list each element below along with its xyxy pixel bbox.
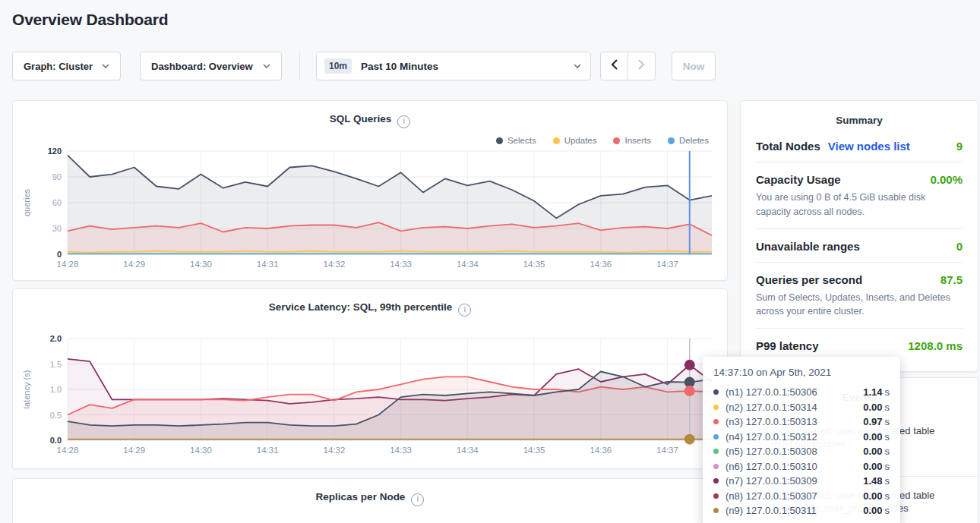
tooltip-node-label: (n7) 127.0.0.1:50309 <box>726 475 817 487</box>
tooltip-node-value: 0.00 <box>863 505 882 516</box>
legend-item-selects[interactable]: Selects <box>496 136 536 145</box>
chevron-left-icon <box>611 59 618 73</box>
chart-title-service-latency: Service Latency: SQL, 99th percentilei <box>13 301 727 317</box>
tooltip-node-label: (n9) 127.0.0.1:50311 <box>726 505 817 516</box>
tooltip-node-value: 0.97 <box>863 416 882 427</box>
tooltip-node-label: (n2) 127.0.0.1:50314 <box>726 402 817 413</box>
next-timewindow-button[interactable] <box>628 52 656 80</box>
series-dot-icon <box>713 434 719 440</box>
series-dot-icon <box>713 478 719 484</box>
tooltip-node-value: 0.00 <box>863 490 882 502</box>
page-title: Overview Dashboard <box>12 11 168 29</box>
tooltip-node-row: (n5) 127.0.0.1:503080.00s <box>713 444 890 459</box>
summary-metric-label: P99 latency <box>756 339 819 352</box>
info-icon[interactable]: i <box>411 493 424 506</box>
svg-text:14:36: 14:36 <box>590 446 612 455</box>
legend-dot-icon <box>668 137 675 144</box>
series-dot-icon <box>713 508 719 513</box>
legend-dot-icon <box>553 137 560 144</box>
service-latency-card: Service Latency: SQL, 99th percentilei 1… <box>12 288 728 469</box>
prev-timewindow-button[interactable] <box>600 52 628 80</box>
info-icon[interactable]: i <box>458 304 471 317</box>
sql-queries-chart[interactable]: 14:2814:2914:3014:3114:3214:3314:3414:35… <box>19 145 722 269</box>
svg-text:1.0: 1.0 <box>50 385 62 394</box>
summary-metric-description: Sum of Selects, Updates, Inserts, and De… <box>756 291 963 320</box>
tooltip-node-unit: s <box>885 505 890 516</box>
svg-text:14:29: 14:29 <box>123 446 145 455</box>
tooltip-node-row: (n2) 127.0.0.1:503140.00s <box>713 400 890 415</box>
svg-text:14:34: 14:34 <box>457 446 479 455</box>
summary-metric-value: 1208.0 ms <box>908 339 963 352</box>
legend-dot-icon <box>496 137 503 144</box>
tooltip-node-unit: s <box>885 386 890 398</box>
tooltip-node-row: (n6) 127.0.0.1:503100.00s <box>713 459 890 474</box>
svg-text:30: 30 <box>52 224 62 233</box>
chart-hover-tooltip: 14:37:10 on Apr 5th, 2021 (n1) 127.0.0.1… <box>703 357 900 523</box>
svg-text:0.5: 0.5 <box>50 411 62 420</box>
series-dot-icon <box>713 405 719 410</box>
summary-metric-value: 87.5 <box>940 273 963 286</box>
time-window-label: Past 10 Minutes <box>361 61 438 72</box>
svg-text:1.5: 1.5 <box>50 360 62 369</box>
svg-text:14:33: 14:33 <box>390 446 412 455</box>
chart-title-sql-queries: SQL Queriesi <box>13 113 727 128</box>
tooltip-node-label: (n3) 127.0.0.1:50313 <box>726 416 817 427</box>
time-range-badge: 10m <box>324 58 352 74</box>
replicas-per-node-card: Replicas per Nodei <box>12 478 728 523</box>
tooltip-node-label: (n4) 127.0.0.1:50312 <box>726 431 817 443</box>
tooltip-node-value: 0.00 <box>863 431 882 443</box>
svg-text:14:33: 14:33 <box>390 260 412 269</box>
dashboard-dropdown[interactable]: Dashboard: Overview <box>140 52 282 80</box>
legend-label: Inserts <box>624 136 651 145</box>
summary-metric-label: Total Nodes <box>756 140 820 153</box>
sql-chart-legend: SelectsUpdatesInsertsDeletes <box>496 136 709 145</box>
svg-text:14:28: 14:28 <box>57 260 79 269</box>
legend-item-updates[interactable]: Updates <box>553 136 597 145</box>
summary-metric-label: Queries per second <box>756 273 862 286</box>
svg-text:14:36: 14:36 <box>590 260 612 269</box>
tooltip-node-label: (n5) 127.0.0.1:50308 <box>726 446 817 457</box>
chevron-down-icon <box>263 64 270 68</box>
service-latency-chart[interactable]: 14:2814:2914:3014:3114:3214:3314:3414:35… <box>19 323 722 458</box>
info-icon[interactable]: i <box>397 115 410 128</box>
graph-scope-label: Graph: Cluster <box>24 61 93 72</box>
tooltip-node-unit: s <box>885 461 890 472</box>
summary-metric-description: You are using 0 B of 4.5 GiB usable disk… <box>756 191 963 219</box>
chart-title-text: SQL Queries <box>330 113 392 124</box>
legend-item-deletes[interactable]: Deletes <box>668 136 709 145</box>
tooltip-node-value: 1.14 <box>863 386 882 398</box>
chevron-down-icon <box>102 64 109 68</box>
summary-panel: Summary Total NodesView nodes list9Capac… <box>740 100 978 372</box>
tooltip-node-unit: s <box>885 446 890 457</box>
tooltip-node-unit: s <box>885 490 890 502</box>
series-dot-icon <box>713 493 719 499</box>
view-nodes-list-link[interactable]: View nodes list <box>828 140 910 153</box>
sql-queries-card: SQL Queriesi SelectsUpdatesInsertsDelete… <box>12 100 728 281</box>
legend-item-inserts[interactable]: Inserts <box>613 136 651 145</box>
tooltip-node-row: (n8) 127.0.0.1:503070.00s <box>713 489 890 504</box>
svg-text:60: 60 <box>52 198 62 207</box>
svg-text:14:30: 14:30 <box>190 260 212 269</box>
tooltip-node-value: 0.00 <box>863 446 882 457</box>
tooltip-node-row: (n9) 127.0.0.1:503110.00s <box>713 503 890 518</box>
tooltip-node-unit: s <box>885 431 890 443</box>
svg-text:120: 120 <box>48 147 62 156</box>
tooltip-node-row: (n7) 127.0.0.1:503091.48s <box>713 474 890 489</box>
svg-text:14:28: 14:28 <box>57 446 79 455</box>
summary-row: Queries per second87.5Sum of Selects, Up… <box>756 263 963 329</box>
svg-text:14:32: 14:32 <box>324 446 346 455</box>
svg-text:queries: queries <box>22 188 31 216</box>
time-window-selector[interactable]: 10m Past 10 Minutes <box>316 52 591 80</box>
svg-text:14:37: 14:37 <box>656 260 678 269</box>
tooltip-timestamp: 14:37:10 on Apr 5th, 2021 <box>713 367 890 378</box>
dashboard-label: Dashboard: Overview <box>151 61 253 72</box>
tooltip-node-unit: s <box>885 402 890 413</box>
summary-row: Total NodesView nodes list9 <box>756 129 963 162</box>
now-button[interactable]: Now <box>672 52 716 80</box>
svg-text:14:29: 14:29 <box>123 260 145 269</box>
summary-metric-value: 0 <box>956 240 963 253</box>
svg-text:2.0: 2.0 <box>50 334 62 343</box>
svg-text:0: 0 <box>57 250 62 259</box>
summary-metric-value: 0.00% <box>930 173 963 186</box>
graph-scope-dropdown[interactable]: Graph: Cluster <box>12 52 121 80</box>
